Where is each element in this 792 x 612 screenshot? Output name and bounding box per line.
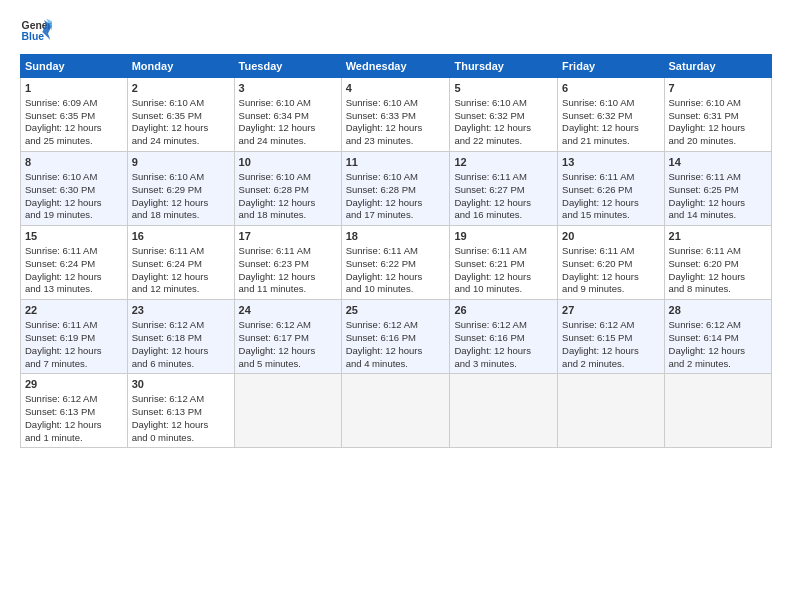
daylight-text: Daylight: 12 hours	[239, 122, 316, 133]
day-header-saturday: Saturday	[664, 55, 771, 78]
calendar-cell: 13Sunrise: 6:11 AMSunset: 6:26 PMDayligh…	[558, 152, 664, 226]
daylight-text: Daylight: 12 hours	[132, 271, 209, 282]
svg-text:Blue: Blue	[22, 31, 45, 42]
daylight-text: Daylight: 12 hours	[239, 271, 316, 282]
daylight-cont: and 1 minute.	[25, 432, 83, 443]
calendar-cell: 7Sunrise: 6:10 AMSunset: 6:31 PMDaylight…	[664, 78, 771, 152]
sunrise-text: Sunrise: 6:11 AM	[239, 245, 311, 256]
daylight-text: Daylight: 12 hours	[669, 197, 746, 208]
daylight-cont: and 3 minutes.	[454, 358, 516, 369]
sunrise-text: Sunrise: 6:10 AM	[562, 97, 634, 108]
day-number: 20	[562, 229, 659, 244]
calendar-cell: 1Sunrise: 6:09 AMSunset: 6:35 PMDaylight…	[21, 78, 128, 152]
day-number: 13	[562, 155, 659, 170]
sunset-text: Sunset: 6:19 PM	[25, 332, 95, 343]
calendar-cell: 8Sunrise: 6:10 AMSunset: 6:30 PMDaylight…	[21, 152, 128, 226]
day-number: 23	[132, 303, 230, 318]
sunset-text: Sunset: 6:23 PM	[239, 258, 309, 269]
sunrise-text: Sunrise: 6:10 AM	[454, 97, 526, 108]
daylight-cont: and 12 minutes.	[132, 283, 200, 294]
sunrise-text: Sunrise: 6:11 AM	[562, 245, 634, 256]
day-number: 21	[669, 229, 767, 244]
day-number: 4	[346, 81, 446, 96]
day-header-monday: Monday	[127, 55, 234, 78]
daylight-text: Daylight: 12 hours	[132, 197, 209, 208]
sunset-text: Sunset: 6:34 PM	[239, 110, 309, 121]
sunrise-text: Sunrise: 6:12 AM	[454, 319, 526, 330]
day-number: 9	[132, 155, 230, 170]
calendar-header-row: SundayMondayTuesdayWednesdayThursdayFrid…	[21, 55, 772, 78]
day-number: 12	[454, 155, 553, 170]
day-number: 17	[239, 229, 337, 244]
calendar-cell: 19Sunrise: 6:11 AMSunset: 6:21 PMDayligh…	[450, 226, 558, 300]
day-number: 7	[669, 81, 767, 96]
calendar-cell: 25Sunrise: 6:12 AMSunset: 6:16 PMDayligh…	[341, 300, 450, 374]
day-number: 14	[669, 155, 767, 170]
calendar-cell: 20Sunrise: 6:11 AMSunset: 6:20 PMDayligh…	[558, 226, 664, 300]
sunset-text: Sunset: 6:25 PM	[669, 184, 739, 195]
sunrise-text: Sunrise: 6:11 AM	[25, 245, 97, 256]
sunrise-text: Sunrise: 6:10 AM	[132, 171, 204, 182]
daylight-cont: and 6 minutes.	[132, 358, 194, 369]
sunrise-text: Sunrise: 6:10 AM	[25, 171, 97, 182]
calendar-cell: 30Sunrise: 6:12 AMSunset: 6:13 PMDayligh…	[127, 374, 234, 448]
sunset-text: Sunset: 6:24 PM	[132, 258, 202, 269]
calendar-cell: 6Sunrise: 6:10 AMSunset: 6:32 PMDaylight…	[558, 78, 664, 152]
daylight-text: Daylight: 12 hours	[346, 197, 423, 208]
daylight-text: Daylight: 12 hours	[669, 122, 746, 133]
daylight-text: Daylight: 12 hours	[132, 345, 209, 356]
daylight-cont: and 2 minutes.	[562, 358, 624, 369]
daylight-text: Daylight: 12 hours	[346, 122, 423, 133]
calendar-cell: 2Sunrise: 6:10 AMSunset: 6:35 PMDaylight…	[127, 78, 234, 152]
daylight-cont: and 24 minutes.	[239, 135, 307, 146]
calendar-cell: 4Sunrise: 6:10 AMSunset: 6:33 PMDaylight…	[341, 78, 450, 152]
day-number: 29	[25, 377, 123, 392]
day-number: 16	[132, 229, 230, 244]
sunrise-text: Sunrise: 6:12 AM	[562, 319, 634, 330]
daylight-text: Daylight: 12 hours	[25, 197, 102, 208]
sunrise-text: Sunrise: 6:10 AM	[346, 97, 418, 108]
sunset-text: Sunset: 6:14 PM	[669, 332, 739, 343]
sunrise-text: Sunrise: 6:11 AM	[669, 245, 741, 256]
day-number: 22	[25, 303, 123, 318]
sunrise-text: Sunrise: 6:11 AM	[562, 171, 634, 182]
day-number: 25	[346, 303, 446, 318]
calendar-table: SundayMondayTuesdayWednesdayThursdayFrid…	[20, 54, 772, 448]
calendar-cell	[558, 374, 664, 448]
daylight-cont: and 5 minutes.	[239, 358, 301, 369]
sunset-text: Sunset: 6:21 PM	[454, 258, 524, 269]
calendar-cell: 28Sunrise: 6:12 AMSunset: 6:14 PMDayligh…	[664, 300, 771, 374]
sunrise-text: Sunrise: 6:12 AM	[25, 393, 97, 404]
sunset-text: Sunset: 6:35 PM	[25, 110, 95, 121]
daylight-text: Daylight: 12 hours	[239, 345, 316, 356]
daylight-cont: and 4 minutes.	[346, 358, 408, 369]
calendar-cell: 12Sunrise: 6:11 AMSunset: 6:27 PMDayligh…	[450, 152, 558, 226]
daylight-cont: and 15 minutes.	[562, 209, 630, 220]
sunset-text: Sunset: 6:29 PM	[132, 184, 202, 195]
calendar-cell: 10Sunrise: 6:10 AMSunset: 6:28 PMDayligh…	[234, 152, 341, 226]
daylight-cont: and 14 minutes.	[669, 209, 737, 220]
daylight-text: Daylight: 12 hours	[25, 271, 102, 282]
sunrise-text: Sunrise: 6:12 AM	[132, 319, 204, 330]
daylight-cont: and 10 minutes.	[454, 283, 522, 294]
calendar-cell: 27Sunrise: 6:12 AMSunset: 6:15 PMDayligh…	[558, 300, 664, 374]
calendar-cell: 9Sunrise: 6:10 AMSunset: 6:29 PMDaylight…	[127, 152, 234, 226]
week-row-4: 22Sunrise: 6:11 AMSunset: 6:19 PMDayligh…	[21, 300, 772, 374]
calendar-cell: 16Sunrise: 6:11 AMSunset: 6:24 PMDayligh…	[127, 226, 234, 300]
calendar-cell	[664, 374, 771, 448]
logo: General Blue	[20, 16, 52, 44]
day-number: 26	[454, 303, 553, 318]
sunset-text: Sunset: 6:32 PM	[562, 110, 632, 121]
calendar-cell: 14Sunrise: 6:11 AMSunset: 6:25 PMDayligh…	[664, 152, 771, 226]
calendar-cell	[341, 374, 450, 448]
day-header-wednesday: Wednesday	[341, 55, 450, 78]
calendar-cell: 18Sunrise: 6:11 AMSunset: 6:22 PMDayligh…	[341, 226, 450, 300]
logo-icon: General Blue	[20, 16, 52, 44]
sunset-text: Sunset: 6:27 PM	[454, 184, 524, 195]
sunset-text: Sunset: 6:15 PM	[562, 332, 632, 343]
sunrise-text: Sunrise: 6:11 AM	[454, 171, 526, 182]
daylight-cont: and 11 minutes.	[239, 283, 307, 294]
sunset-text: Sunset: 6:26 PM	[562, 184, 632, 195]
sunrise-text: Sunrise: 6:11 AM	[25, 319, 97, 330]
daylight-cont: and 18 minutes.	[239, 209, 307, 220]
